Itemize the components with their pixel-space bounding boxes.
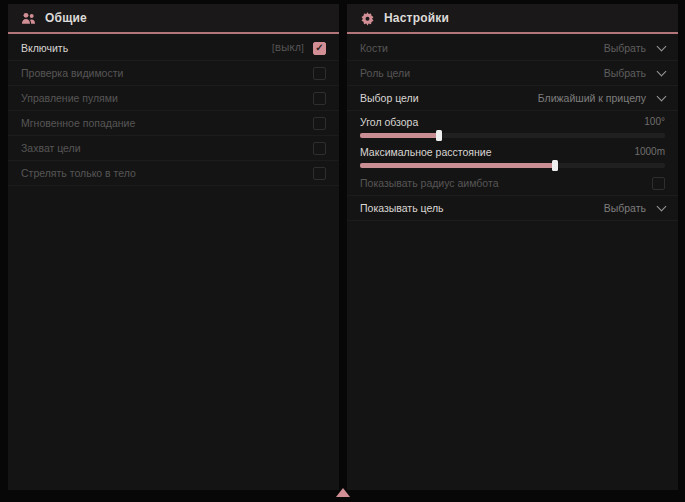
row-control: Ближайший к прицелу: [538, 92, 665, 104]
row-checkbox: Стрелять только в тело: [8, 161, 339, 186]
slider-handle[interactable]: [436, 130, 442, 141]
slider-fill: [360, 163, 555, 168]
dropdown-value: Ближайший к прицелу: [538, 92, 646, 104]
row-line: КостиВыбрать: [360, 36, 665, 60]
row-line: Угол обзора100°: [360, 111, 665, 132]
slider-track[interactable]: [360, 163, 665, 168]
row-checkbox: Управление пулями: [8, 86, 339, 111]
row-checkbox: Включить[ВЫКЛ]✓: [8, 36, 339, 61]
row-control: [313, 92, 326, 105]
row-slider: Максимальное расстояние1000m: [347, 141, 678, 168]
panel-general-header: Общие: [8, 4, 339, 34]
row-checkbox: Проверка видимости: [8, 61, 339, 86]
row-line: Показывать радиус аимбота: [360, 171, 665, 195]
checkbox[interactable]: [313, 142, 326, 155]
row-control: Выбрать: [604, 67, 665, 79]
row-control: Выбрать: [604, 42, 665, 54]
row-label: Управление пулями: [21, 92, 118, 104]
row-dropdown: КостиВыбрать: [347, 36, 678, 61]
panel-title: Общие: [45, 11, 87, 25]
row-dropdown: Выбор целиБлижайший к прицелу: [347, 86, 678, 111]
row-line: Захват цели: [21, 136, 326, 160]
settings-rows: КостиВыбратьРоль целиВыбратьВыбор целиБл…: [347, 34, 678, 221]
mod-menu: Общие Включить[ВЫКЛ]✓Проверка видимостиУ…: [0, 0, 685, 502]
checkbox[interactable]: [313, 92, 326, 105]
row-label: Угол обзора: [360, 116, 418, 128]
row-label: Захват цели: [21, 142, 81, 154]
row-dropdown: Показывать цельВыбрать: [347, 196, 678, 221]
keybind-tag: [ВЫКЛ]: [272, 43, 304, 53]
row-line: Выбор целиБлижайший к прицелу: [360, 86, 665, 110]
gear-icon: [360, 11, 375, 26]
row-control: 1000m: [634, 146, 665, 157]
row-label: Роль цели: [360, 67, 410, 79]
dropdown[interactable]: Выбрать: [604, 202, 665, 214]
dropdown-value: Выбрать: [604, 67, 646, 79]
dropdown[interactable]: Ближайший к прицелу: [538, 92, 665, 104]
row-label: Мгновенное попадание: [21, 117, 135, 129]
row-line: Максимальное расстояние1000m: [360, 141, 665, 162]
row-label: Показывать цель: [360, 202, 444, 214]
slider-value: 100°: [644, 116, 665, 127]
dropdown[interactable]: Выбрать: [604, 67, 665, 79]
row-label: Включить: [21, 42, 68, 54]
row-line: Мгновенное попадание: [21, 111, 326, 135]
row-checkbox: Показывать радиус аимбота: [347, 171, 678, 196]
slider-value: 1000m: [634, 146, 665, 157]
checkbox[interactable]: ✓: [313, 42, 326, 55]
dropdown-value: Выбрать: [604, 42, 646, 54]
row-line: Управление пулями: [21, 86, 326, 110]
row-line: Показывать цельВыбрать: [360, 196, 665, 220]
general-rows: Включить[ВЫКЛ]✓Проверка видимостиУправле…: [8, 34, 339, 186]
row-label: Проверка видимости: [21, 67, 123, 79]
row-control: [313, 117, 326, 130]
people-icon: [21, 11, 36, 26]
row-label: Выбор цели: [360, 92, 419, 104]
row-control: [313, 142, 326, 155]
row-line: Роль целиВыбрать: [360, 61, 665, 85]
row-line: Включить[ВЫКЛ]✓: [21, 36, 326, 60]
dropdown[interactable]: Выбрать: [604, 42, 665, 54]
dropdown-value: Выбрать: [604, 202, 646, 214]
row-checkbox: Захват цели: [8, 136, 339, 161]
panel-general: Общие Включить[ВЫКЛ]✓Проверка видимостиУ…: [8, 4, 339, 490]
chevron-down-icon: [657, 42, 667, 52]
checkbox[interactable]: [313, 167, 326, 180]
checkbox[interactable]: [652, 177, 665, 190]
row-control: 100°: [644, 116, 665, 127]
row-checkbox: Мгновенное попадание: [8, 111, 339, 136]
row-control: [ВЫКЛ]✓: [272, 42, 326, 55]
chevron-down-icon: [657, 67, 667, 77]
row-control: [313, 67, 326, 80]
scroll-up-arrow-icon[interactable]: [336, 488, 350, 497]
row-control: [313, 167, 326, 180]
row-line: Проверка видимости: [21, 61, 326, 85]
row-label: Кости: [360, 42, 388, 54]
row-slider: Угол обзора100°: [347, 111, 678, 138]
row-label: Стрелять только в тело: [21, 167, 136, 179]
slider-fill: [360, 133, 439, 138]
slider-handle[interactable]: [552, 160, 558, 171]
row-control: [652, 177, 665, 190]
row-dropdown: Роль целиВыбрать: [347, 61, 678, 86]
row-control: Выбрать: [604, 202, 665, 214]
checkbox[interactable]: [313, 117, 326, 130]
panel-settings-header: Настройки: [347, 4, 678, 34]
slider-track[interactable]: [360, 133, 665, 138]
row-line: Стрелять только в тело: [21, 161, 326, 185]
chevron-down-icon: [657, 92, 667, 102]
row-label: Показывать радиус аимбота: [360, 177, 499, 189]
panel-settings: Настройки КостиВыбратьРоль целиВыбратьВы…: [347, 4, 678, 490]
panel-title: Настройки: [384, 11, 449, 25]
checkbox[interactable]: [313, 67, 326, 80]
row-label: Максимальное расстояние: [360, 146, 491, 158]
chevron-down-icon: [657, 202, 667, 212]
